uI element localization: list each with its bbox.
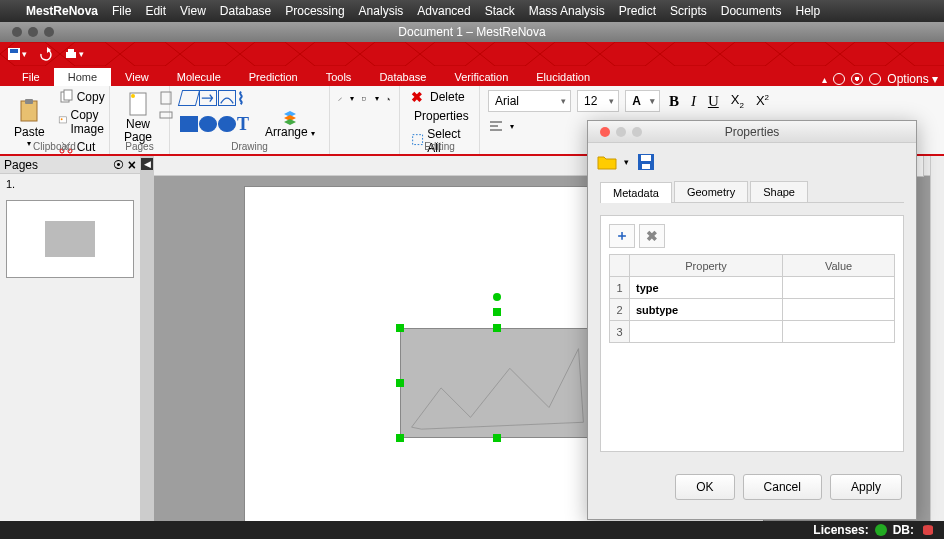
menu-documents[interactable]: Documents bbox=[721, 4, 782, 18]
bold-button[interactable]: B bbox=[666, 93, 682, 110]
resize-handle-w[interactable] bbox=[396, 379, 404, 387]
page-thumbnail[interactable] bbox=[6, 200, 134, 278]
table-row[interactable]: 2subtype bbox=[610, 299, 895, 321]
table-row[interactable]: 3 bbox=[610, 321, 895, 343]
menu-edit[interactable]: Edit bbox=[145, 4, 166, 18]
svg-rect-5 bbox=[25, 99, 33, 104]
vertical-scrollbar[interactable] bbox=[930, 156, 944, 521]
tab-file[interactable]: File bbox=[8, 68, 54, 86]
menu-file[interactable]: File bbox=[112, 4, 131, 18]
circle-shape-icon[interactable] bbox=[218, 116, 236, 132]
menu-advanced[interactable]: Advanced bbox=[417, 4, 470, 18]
menu-database[interactable]: Database bbox=[220, 4, 271, 18]
menu-help[interactable]: Help bbox=[795, 4, 820, 18]
target-icon[interactable] bbox=[869, 73, 881, 85]
dialog-titlebar[interactable]: Properties bbox=[588, 121, 916, 143]
arrow-shape-icon[interactable] bbox=[199, 90, 217, 106]
status-bar: Licenses: DB: bbox=[0, 521, 944, 539]
info-icon[interactable] bbox=[833, 73, 845, 85]
tab-molecule[interactable]: Molecule bbox=[163, 68, 235, 86]
rotate-handle[interactable] bbox=[493, 308, 501, 316]
font-name-combo[interactable]: Arial bbox=[488, 90, 571, 112]
rect-shape-icon[interactable] bbox=[180, 116, 198, 132]
ellipse-shape-icon[interactable] bbox=[199, 116, 217, 132]
open-folder-icon[interactable] bbox=[596, 151, 618, 173]
resize-handle-s[interactable] bbox=[493, 434, 501, 442]
superscript-button[interactable]: X2 bbox=[753, 93, 772, 108]
shapes-gallery[interactable]: ⌇ bbox=[178, 88, 257, 108]
tab-elucidation[interactable]: Elucidation bbox=[522, 68, 604, 86]
ok-button[interactable]: OK bbox=[675, 474, 734, 500]
cancel-button[interactable]: Cancel bbox=[743, 474, 822, 500]
tab-prediction[interactable]: Prediction bbox=[235, 68, 312, 86]
line-shape-icon[interactable] bbox=[178, 90, 200, 106]
options-menu[interactable]: Options ▾ bbox=[887, 72, 938, 86]
collapse-ribbon-icon[interactable]: ▴ bbox=[822, 74, 827, 85]
zoom-window-icon[interactable] bbox=[44, 27, 54, 37]
line-color-icon[interactable] bbox=[338, 90, 342, 106]
resize-handle-sw[interactable] bbox=[396, 434, 404, 442]
apply-button[interactable]: Apply bbox=[830, 474, 902, 500]
table-row[interactable]: 1type bbox=[610, 277, 895, 299]
window-titlebar: Document 1 – MestReNova bbox=[0, 22, 944, 42]
tab-view[interactable]: View bbox=[111, 68, 163, 86]
print-icon[interactable] bbox=[63, 46, 79, 62]
save-icon[interactable] bbox=[6, 46, 22, 62]
tab-shape[interactable]: Shape bbox=[750, 181, 808, 202]
tab-geometry[interactable]: Geometry bbox=[674, 181, 748, 202]
gear-icon[interactable] bbox=[851, 73, 863, 85]
tab-home[interactable]: Home bbox=[54, 68, 111, 86]
new-page-button[interactable]: New Page bbox=[118, 88, 158, 146]
page-icon bbox=[124, 90, 152, 118]
remove-row-button[interactable]: ✖ bbox=[639, 224, 665, 248]
svg-rect-3 bbox=[68, 49, 74, 53]
app-name-menu[interactable]: MestReNova bbox=[26, 4, 98, 18]
dropdown-icon[interactable]: ▾ bbox=[22, 49, 27, 59]
font-size-combo[interactable]: 12 bbox=[577, 90, 619, 112]
copy-image-button[interactable]: Copy Image bbox=[55, 107, 113, 137]
menu-processing[interactable]: Processing bbox=[285, 4, 344, 18]
close-window-icon[interactable] bbox=[12, 27, 22, 37]
arrange-button[interactable]: Arrange ▾ bbox=[261, 109, 319, 139]
tab-metadata[interactable]: Metadata bbox=[600, 182, 672, 203]
subscript-button[interactable]: X2 bbox=[728, 92, 747, 110]
tab-database[interactable]: Database bbox=[365, 68, 440, 86]
panel-pin-icon[interactable]: ⦿ bbox=[113, 159, 124, 171]
selected-shape[interactable] bbox=[400, 328, 595, 438]
copy-button[interactable]: Copy bbox=[55, 88, 113, 106]
panel-collapse-button[interactable]: ◀ bbox=[140, 156, 154, 521]
dialog-tabs: Metadata Geometry Shape bbox=[600, 181, 904, 203]
italic-button[interactable]: I bbox=[688, 93, 699, 110]
minimize-window-icon[interactable] bbox=[28, 27, 38, 37]
curve-shape-icon[interactable] bbox=[218, 90, 236, 106]
delete-button[interactable]: ✖Delete bbox=[408, 88, 471, 106]
resize-handle-nw[interactable] bbox=[396, 324, 404, 332]
menu-stack[interactable]: Stack bbox=[485, 4, 515, 18]
properties-button[interactable]: Properties bbox=[408, 107, 471, 125]
underline-button[interactable]: U bbox=[705, 93, 722, 110]
db-status-icon[interactable] bbox=[920, 522, 936, 538]
add-row-button[interactable]: ＋ bbox=[609, 224, 635, 248]
save-icon[interactable] bbox=[635, 151, 657, 173]
menu-mass-analysis[interactable]: Mass Analysis bbox=[529, 4, 605, 18]
rotate-handle-top[interactable] bbox=[493, 293, 501, 301]
polyline-shape-icon[interactable]: ⌇ bbox=[237, 90, 255, 106]
menu-scripts[interactable]: Scripts bbox=[670, 4, 707, 18]
license-ok-icon[interactable] bbox=[875, 524, 887, 536]
font-color-combo[interactable]: A bbox=[625, 90, 660, 112]
dialog-close-icon[interactable] bbox=[600, 127, 610, 137]
shapes-gallery-2[interactable]: T bbox=[178, 114, 257, 134]
cursor-icon[interactable] bbox=[387, 90, 391, 106]
text-shape-icon[interactable]: T bbox=[237, 116, 255, 132]
align-left-icon[interactable] bbox=[488, 118, 504, 134]
resize-handle-n[interactable] bbox=[493, 324, 501, 332]
menu-predict[interactable]: Predict bbox=[619, 4, 656, 18]
tab-verification[interactable]: Verification bbox=[440, 68, 522, 86]
undo-icon[interactable] bbox=[37, 46, 53, 62]
tab-tools[interactable]: Tools bbox=[312, 68, 366, 86]
menu-view[interactable]: View bbox=[180, 4, 206, 18]
panel-close-icon[interactable]: × bbox=[128, 157, 136, 173]
dropdown-icon[interactable]: ▾ bbox=[79, 49, 84, 59]
menu-analysis[interactable]: Analysis bbox=[359, 4, 404, 18]
fill-color-icon[interactable] bbox=[362, 90, 366, 106]
